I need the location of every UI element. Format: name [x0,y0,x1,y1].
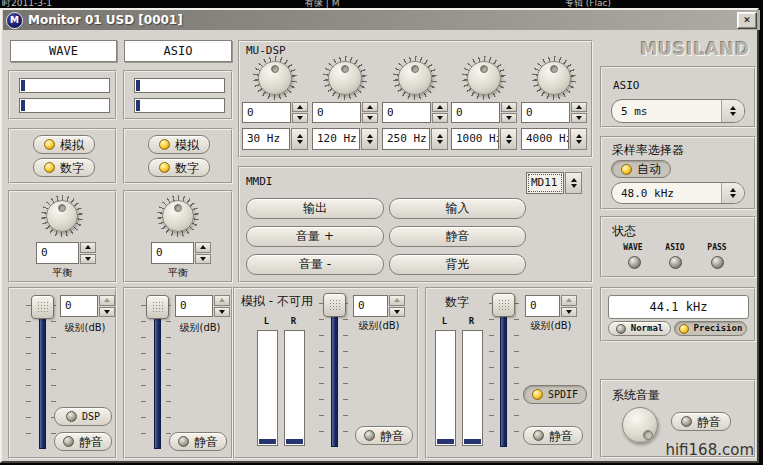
eq-band4-knob[interactable] [462,56,506,100]
eq-band5-gain-value[interactable]: 0 [521,102,570,123]
samplerate-auto-button[interactable]: 自动 [611,160,671,178]
spin-up-button[interactable] [389,295,405,306]
mmdi-volume-up-button[interactable]: 音量 + [246,226,384,247]
wave-fader-handle[interactable] [31,295,54,319]
eq-band3-freq-spinner[interactable]: 250 Hz [382,128,448,150]
digital-level-value[interactable]: 0 [525,295,560,317]
asio-balance-value[interactable]: 0 [151,242,194,264]
wave-level-value[interactable]: 0 [60,295,98,317]
eq-band3-freq-value[interactable]: 250 Hz [382,128,430,150]
eq-band2-gain-spinner[interactable]: 0 [312,102,378,123]
wave-mute-button[interactable]: 静音 [54,432,112,451]
eq-band3-gain-value[interactable]: 0 [382,102,431,123]
spin-up-button[interactable] [501,102,517,112]
asio-fader-handle[interactable] [146,295,169,319]
eq-band1-knob[interactable] [253,56,297,100]
digital-fader-track[interactable] [500,300,507,447]
mmdi-output-button[interactable]: 输出 [246,198,384,219]
mmdi-device-value[interactable]: MD11 [526,172,564,194]
asio-latency-value[interactable]: 5 ms [612,100,721,122]
eq-band1-freq-spinner[interactable]: 30 Hz [242,128,308,150]
wave-balance-value[interactable]: 0 [36,242,79,264]
spin-updown-button[interactable] [565,172,582,194]
mmdi-input-button[interactable]: 输入 [389,198,526,219]
clock-precision-button[interactable]: Precision [674,321,747,336]
eq-band2-gain-value[interactable]: 0 [312,102,361,123]
mmdi-mute-button[interactable]: 静音 [389,226,526,247]
spin-down-button[interactable] [80,254,96,265]
spin-up-button[interactable] [214,295,230,306]
eq-band2-freq-value[interactable]: 120 Hz [312,128,360,150]
spin-up-button[interactable] [561,295,577,306]
spin-updown-button[interactable] [500,128,517,150]
eq-band4-freq-spinner[interactable]: 1000 Hz [451,128,517,150]
wave-balance-spinner[interactable]: 0 [36,242,96,264]
eq-band1-freq-value[interactable]: 30 Hz [242,128,290,150]
spin-updown-button[interactable] [291,128,308,150]
spin-down-button[interactable] [362,113,378,123]
eq-band5-knob[interactable] [532,56,576,100]
spin-up-button[interactable] [195,242,211,253]
eq-band1-gain-value[interactable]: 0 [242,102,291,123]
spin-up-button[interactable] [571,102,587,112]
spin-up-button[interactable] [292,102,308,112]
analog-fader-track[interactable] [331,300,338,447]
wave-fader-track[interactable] [39,302,46,449]
mmdi-backlight-button[interactable]: 背光 [389,254,526,275]
wave-analog-button[interactable]: 模拟 [33,135,95,154]
spin-down-button[interactable] [571,113,587,123]
asio-digital-button[interactable]: 数字 [148,158,210,177]
spin-down-button[interactable] [432,113,448,123]
analog-fader-handle[interactable] [323,293,346,317]
spdif-button[interactable]: SPDIF [523,385,587,404]
asio-level-value[interactable]: 0 [175,295,213,317]
asio-fader-track[interactable] [154,302,161,449]
eq-band4-freq-value[interactable]: 1000 Hz [451,128,499,150]
spin-down-button[interactable] [214,307,230,318]
eq-band2-knob[interactable] [323,56,367,100]
eq-band3-gain-spinner[interactable]: 0 [382,102,448,123]
eq-band4-gain-spinner[interactable]: 0 [451,102,517,123]
spin-updown-button[interactable] [721,183,744,203]
spin-updown-button[interactable] [431,128,448,150]
analog-mute-button[interactable]: 静音 [355,426,413,445]
samplerate-spinner[interactable]: 48.0 kHz [611,182,745,204]
eq-band4-gain-value[interactable]: 0 [451,102,500,123]
spin-up-button[interactable] [99,295,115,306]
analog-level-spinner[interactable]: 0 [353,295,405,317]
system-volume-knob[interactable] [622,407,658,443]
wave-level-spinner[interactable]: 0 [60,295,115,317]
digital-fader-handle[interactable] [492,293,515,317]
digital-level-spinner[interactable]: 0 [525,295,577,317]
asio-analog-button[interactable]: 模拟 [148,135,210,154]
spin-up-button[interactable] [432,102,448,112]
spin-down-button[interactable] [99,307,115,318]
system-mute-button[interactable]: 静音 [671,412,731,431]
eq-band2-freq-spinner[interactable]: 120 Hz [312,128,378,150]
digital-mute-button[interactable]: 静音 [523,426,583,445]
asio-balance-spinner[interactable]: 0 [151,242,211,264]
wave-digital-button[interactable]: 数字 [33,158,95,177]
eq-band1-gain-spinner[interactable]: 0 [242,102,308,123]
wave-dsp-button[interactable]: DSP [54,407,112,426]
titlebar[interactable]: M Monitor 01 USD [0001] ✕ [3,10,760,30]
spin-updown-button[interactable] [361,128,378,150]
wave-balance-knob[interactable] [41,195,83,237]
mmdi-volume-down-button[interactable]: 音量 - [246,254,384,275]
mmdi-device-spinner[interactable]: MD11 [526,172,582,194]
spin-updown-button[interactable] [721,100,744,122]
eq-band5-gain-spinner[interactable]: 0 [521,102,587,123]
spin-down-button[interactable] [292,113,308,123]
spin-down-button[interactable] [501,113,517,123]
asio-latency-spinner[interactable]: 5 ms [611,99,745,123]
spin-up-button[interactable] [362,102,378,112]
asio-mute-button[interactable]: 静音 [169,432,227,451]
spin-up-button[interactable] [80,242,96,253]
clock-normal-button[interactable]: Normal [608,321,671,336]
eq-band5-freq-spinner[interactable]: 4000 Hz [521,128,587,150]
eq-band3-knob[interactable] [393,56,437,100]
spin-down-button[interactable] [195,254,211,265]
samplerate-value[interactable]: 48.0 kHz [612,183,721,203]
spin-down-button[interactable] [561,307,577,318]
spin-updown-button[interactable] [570,128,587,150]
